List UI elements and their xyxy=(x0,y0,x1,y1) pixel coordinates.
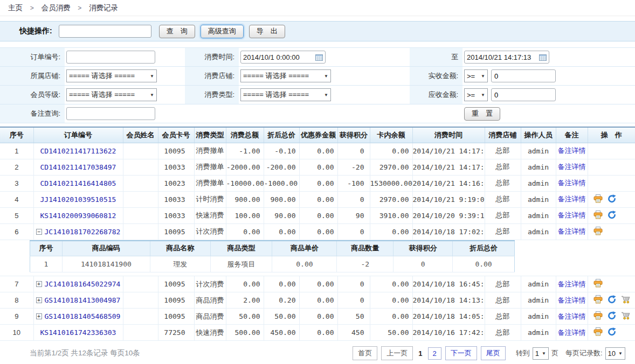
breadcrumb-separator: > xyxy=(30,4,34,12)
order-no-cell: −JC1410181702268782 xyxy=(33,223,123,240)
receivable-amount-input[interactable] xyxy=(491,88,556,101)
breadcrumb-home[interactable]: 主页 xyxy=(8,4,23,12)
collapse-icon[interactable]: − xyxy=(36,229,42,235)
undo-icon[interactable] xyxy=(608,211,616,221)
calendar-icon[interactable] xyxy=(539,54,547,61)
page-summary: 当前第1/2页 共12条记录 每页10条 xyxy=(30,348,140,358)
actual-amount-operator-select[interactable]: >= ▼ xyxy=(464,69,488,82)
member-name-cell xyxy=(123,191,158,207)
card-no-cell: 10095 xyxy=(158,276,194,292)
table-row: 6−JC141018170226878210095计次消费0.000.000.0… xyxy=(0,223,635,240)
reset-button[interactable]: 重 置 xyxy=(464,107,500,121)
printer-icon[interactable] xyxy=(593,279,603,289)
printer-icon[interactable] xyxy=(593,211,603,221)
consume-type-select[interactable]: ===== 请选择 ===== ▼ xyxy=(240,88,331,101)
undo-icon[interactable] xyxy=(608,194,616,205)
order-no-link[interactable]: CD1410211417038497 xyxy=(40,163,116,171)
remark-detail-link[interactable]: 备注详情 xyxy=(558,296,586,304)
remark-detail-link[interactable]: 备注详情 xyxy=(558,146,586,155)
expand-icon[interactable]: + xyxy=(36,313,42,319)
consume-type-cell: 商品消费 xyxy=(194,292,226,309)
points-cell: -20 xyxy=(337,159,370,175)
remark-detail-link[interactable]: 备注详情 xyxy=(558,179,586,187)
remark-detail-link[interactable]: 备注详情 xyxy=(558,328,586,337)
last-page-button[interactable]: 尾页 xyxy=(481,346,506,360)
order-no-link[interactable]: KS1410161742336303 xyxy=(40,328,116,337)
order-no-link[interactable]: JC1410181645022974 xyxy=(45,280,121,288)
consume-time-label: 消费时间: xyxy=(185,48,239,66)
goods-cell: 141018141900 xyxy=(62,256,150,272)
remark-detail-link[interactable]: 备注详情 xyxy=(558,227,586,235)
total-amount-cell: 500.00 xyxy=(226,325,264,341)
balance-cell: 0.00 xyxy=(370,292,412,309)
order-no-link[interactable]: JJ1410201039510515 xyxy=(40,195,116,204)
member-name-cell xyxy=(123,292,158,309)
query-button[interactable]: 查 询 xyxy=(159,25,195,38)
expand-icon[interactable]: + xyxy=(36,297,42,303)
page-size-select[interactable]: 10 ▼ xyxy=(605,347,625,360)
printer-icon[interactable] xyxy=(593,227,603,237)
first-page-button[interactable]: 首页 xyxy=(353,346,377,360)
order-no-link[interactable]: CD1410211417113622 xyxy=(40,147,116,155)
quick-action-bar: 快捷操作: 查 询 高级查询 导 出 xyxy=(0,21,635,41)
total-amount-cell: 0.00 xyxy=(226,276,264,292)
member-level-select[interactable]: ===== 请选择 ===== ▼ xyxy=(66,88,157,101)
next-page-button[interactable]: 下一页 xyxy=(445,346,477,360)
shopping-cart-icon[interactable] xyxy=(621,295,631,305)
table-body: 1CD141021141711362210095消费撤单-1.00-0.100.… xyxy=(0,143,635,341)
consume-time-from-input[interactable]: 2014/10/1 0:00:00 xyxy=(240,51,326,64)
undo-icon[interactable] xyxy=(608,295,616,305)
page-2-button[interactable]: 2 xyxy=(428,347,441,360)
subtable-container: 序号商品编码商品名称商品类型商品单价商品数量获得积分折后总价1141018141… xyxy=(0,240,635,276)
col-operator: 操作人员 xyxy=(521,127,556,143)
expand-icon[interactable]: + xyxy=(36,281,42,287)
consume-time-to-input[interactable]: 2014/10/21 14:17:13 xyxy=(464,51,549,64)
printer-icon[interactable] xyxy=(593,194,603,205)
prev-page-button[interactable]: 上一页 xyxy=(381,346,413,360)
shopping-cart-icon[interactable] xyxy=(621,311,631,321)
remark-detail-link[interactable]: 备注详情 xyxy=(558,211,586,219)
table-row: 2CD141021141703849710033消费撤单-2000.00-200… xyxy=(0,159,635,175)
order-no-link[interactable]: GS1410181405468509 xyxy=(45,312,121,320)
remark-detail-link[interactable]: 备注详情 xyxy=(558,312,586,320)
goods-detail-table: 序号商品编码商品名称商品类型商品单价商品数量获得积分折后总价1141018141… xyxy=(30,240,515,273)
goods-col-header: 折后总价 xyxy=(453,241,515,256)
actions-cell xyxy=(588,191,635,207)
printer-icon[interactable] xyxy=(593,311,603,321)
quick-search-input[interactable] xyxy=(59,25,151,38)
total-amount-cell: -1.00 xyxy=(226,143,264,159)
goods-col-header: 序号 xyxy=(30,241,63,256)
actions-cell xyxy=(588,207,635,223)
order-no-cell: CD1410211417113622 xyxy=(33,143,123,159)
calendar-icon[interactable] xyxy=(315,54,323,61)
order-no-cell: +JC1410181645022974 xyxy=(33,276,123,292)
goods-cell: -2 xyxy=(337,256,394,272)
order-no-cell: CD1410211417038497 xyxy=(33,159,123,175)
order-no-input[interactable] xyxy=(66,51,155,64)
undo-icon[interactable] xyxy=(608,311,616,321)
own-store-select[interactable]: ===== 请选择 ===== ▼ xyxy=(66,69,157,82)
remark-detail-link[interactable]: 备注详情 xyxy=(558,195,586,203)
consume-store-select[interactable]: ===== 请选择 ===== ▼ xyxy=(240,69,331,82)
order-no-link[interactable]: GS1410181413004987 xyxy=(45,296,121,304)
remark-query-label: 备注查询: xyxy=(0,104,65,123)
remark-detail-link[interactable]: 备注详情 xyxy=(558,280,586,288)
order-no-link[interactable]: CD1410211416414805 xyxy=(40,179,116,187)
breadcrumb-member-consume[interactable]: 会员消费 xyxy=(42,4,71,12)
order-no-link[interactable]: JC1410181702268782 xyxy=(45,228,121,236)
goto-page-select[interactable]: 1 ▼ xyxy=(533,347,549,360)
export-button[interactable]: 导 出 xyxy=(249,25,285,38)
order-no-link[interactable]: KS1410200939060812 xyxy=(40,212,116,220)
undo-icon[interactable] xyxy=(608,327,616,338)
receivable-amount-operator-select[interactable]: >= ▼ xyxy=(464,88,488,101)
remark-query-input[interactable] xyxy=(66,107,155,120)
col-time: 消费时间 xyxy=(412,127,485,143)
actual-amount-input[interactable] xyxy=(491,69,556,82)
goods-col-header: 商品数量 xyxy=(337,241,394,256)
advanced-query-button[interactable]: 高级查询 xyxy=(201,25,244,38)
store-cell: 总部 xyxy=(485,143,521,159)
printer-icon[interactable] xyxy=(593,327,603,338)
operator-cell: admin xyxy=(521,309,556,325)
printer-icon[interactable] xyxy=(593,295,603,305)
remark-detail-link[interactable]: 备注详情 xyxy=(558,163,586,171)
